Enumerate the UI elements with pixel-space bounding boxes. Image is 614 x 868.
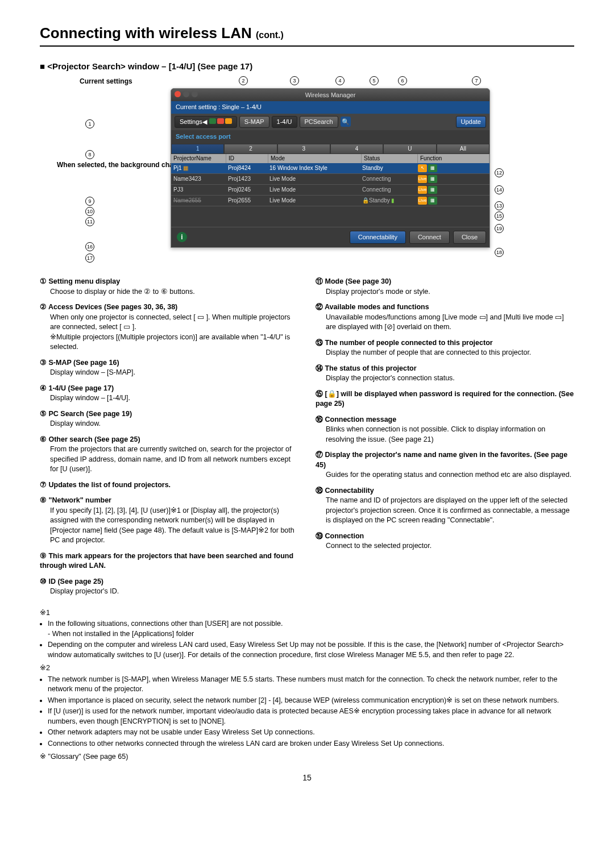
description-item: ⑮ [🔒] will be displayed when password is… bbox=[316, 389, 574, 409]
description-item: ② Access Devices (See pages 30, 36, 38)W… bbox=[40, 302, 298, 352]
footnotes: ※1 In the following situations, connecti… bbox=[40, 608, 574, 762]
callout-2: 2 bbox=[239, 76, 248, 85]
description-item: ③ S-MAP (See page 16)Display window – [S… bbox=[40, 358, 298, 378]
live-mode-icon: Live bbox=[418, 175, 427, 183]
diagram-area: Current settings 1 8 When selected, the … bbox=[63, 77, 574, 264]
title-rule bbox=[40, 45, 574, 47]
callout-9: 9 bbox=[85, 197, 94, 206]
14u-button[interactable]: 1-4/U bbox=[272, 116, 297, 128]
callout-5: 5 bbox=[370, 76, 379, 85]
description-item: ⑲ ConnectionConnect to the selected proj… bbox=[316, 531, 574, 551]
live-mode-icon: Live bbox=[418, 197, 427, 205]
callout-19: 19 bbox=[495, 224, 504, 233]
callout-11: 11 bbox=[85, 217, 94, 226]
description-item: ⑤ PC Search (See page 19)Display window. bbox=[40, 409, 298, 429]
description-item: ⑭ The status of this projectorDisplay th… bbox=[316, 364, 574, 384]
table-row[interactable]: Name3423Proj1423Live ModeConnecting Live… bbox=[171, 174, 489, 185]
label-when-selected: When selected, the background changes to… bbox=[57, 161, 142, 170]
table-row[interactable]: Pj1 ▦ Proj8424 16 Window Index Style Sta… bbox=[171, 163, 489, 174]
window-title: Wireless Manager bbox=[305, 92, 356, 98]
table-row[interactable]: PJ3Proj0245Live ModeConnecting Live▦ bbox=[171, 185, 489, 196]
note2-a: The network number is [S-MAP], when Wire… bbox=[48, 675, 574, 695]
settings-button[interactable]: Settings◀ bbox=[175, 116, 237, 128]
callout-18: 18 bbox=[495, 248, 504, 257]
col-status: Status bbox=[362, 154, 418, 163]
list-header: ProjectorName ID Mode Status Function bbox=[171, 154, 489, 163]
tab-all[interactable]: All bbox=[437, 144, 489, 154]
note1-a: In the following situations, connections… bbox=[48, 619, 574, 639]
description-item: ⑦ Updates the list of found projectors. bbox=[40, 480, 298, 491]
description-columns: ① Setting menu displayChoose to display … bbox=[40, 277, 574, 603]
col-projectorname: ProjectorName bbox=[171, 154, 226, 163]
traffic-lights bbox=[175, 91, 198, 97]
current-setting-bar: Current setting : Single – 1-4/U bbox=[171, 101, 489, 113]
tab-u[interactable]: U bbox=[383, 144, 436, 154]
close-button[interactable]: Close bbox=[453, 231, 486, 244]
description-item: ⑨ This mark appears for the projectors t… bbox=[40, 551, 298, 571]
zoom-icon[interactable] bbox=[192, 91, 198, 97]
info-icon[interactable]: i bbox=[177, 232, 187, 242]
description-item: ⑪ Mode (See page 30)Display projector's … bbox=[316, 277, 574, 297]
multi-mode-icon: ▦ bbox=[428, 186, 437, 194]
callout-12: 12 bbox=[495, 168, 504, 177]
smap-button[interactable]: S-MAP bbox=[239, 116, 269, 128]
description-item: ⑧ "Network" numberIf you specify [1], [2… bbox=[40, 496, 298, 546]
description-item: ① Setting menu displayChoose to display … bbox=[40, 277, 298, 297]
note2-b: When importance is placed on security, s… bbox=[48, 696, 574, 706]
glossary-note: ※ "Glossary" (See page 65) bbox=[40, 752, 574, 762]
close-icon[interactable] bbox=[175, 91, 181, 97]
tab-1[interactable]: 1 bbox=[171, 144, 224, 154]
tab-3[interactable]: 3 bbox=[277, 144, 330, 154]
live-mode-icon: Live bbox=[418, 186, 427, 194]
description-item: ⑯ Connection messageBlinks when connecti… bbox=[316, 415, 574, 445]
description-item: ⑱ ConnectabilityThe name and ID of proje… bbox=[316, 486, 574, 526]
search-icon[interactable]: 🔍 bbox=[341, 117, 351, 127]
callout-16: 16 bbox=[85, 242, 94, 251]
callout-10: 10 bbox=[85, 207, 94, 216]
update-button[interactable]: Update bbox=[456, 116, 486, 128]
tab-4[interactable]: 4 bbox=[330, 144, 383, 154]
pcsearch-button[interactable]: PCSearch bbox=[300, 116, 338, 128]
note2-c: If [U (user)] is used for the network nu… bbox=[48, 707, 574, 726]
callout-1: 1 bbox=[85, 119, 94, 128]
select-access-port-label: Select access port bbox=[171, 130, 489, 143]
multi-mode-icon: ▦ bbox=[428, 197, 437, 205]
multi-mode-icon: ▦ bbox=[428, 175, 437, 183]
description-item: ⑫ Available modes and functionsUnavailab… bbox=[316, 302, 574, 333]
callout-13: 13 bbox=[495, 201, 504, 210]
note2-e: Connections to other networks connected … bbox=[48, 739, 574, 749]
callout-3: 3 bbox=[290, 76, 299, 85]
connectability-button[interactable]: Connectability bbox=[350, 231, 406, 244]
connect-button[interactable]: Connect bbox=[409, 231, 450, 244]
col-function: Function bbox=[418, 154, 489, 163]
description-item: ⑩ ID (See page 25)Display projector's ID… bbox=[40, 577, 298, 597]
section-heading: ■ <Projector Search> window – [1-4/U] (S… bbox=[40, 60, 574, 72]
callout-6: 6 bbox=[398, 76, 407, 85]
note2-d: Other network adapters may not be usable… bbox=[48, 728, 574, 738]
note1-b: Depending on the computer and wireless L… bbox=[48, 640, 574, 660]
callout-17: 17 bbox=[85, 254, 94, 263]
description-item: ⑥ Other search (See page 25)From the pro… bbox=[40, 435, 298, 475]
toolbar: Settings◀ S-MAP 1-4/U PCSearch 🔍 Update bbox=[171, 114, 489, 130]
live-mode-icon: ↖ bbox=[418, 164, 427, 172]
callout-8: 8 bbox=[85, 150, 94, 159]
label-current-settings: Current settings bbox=[80, 77, 132, 86]
network-tabs: 1 2 3 4 U All bbox=[171, 144, 489, 154]
note1-head: ※1 bbox=[40, 608, 574, 618]
tab-2[interactable]: 2 bbox=[224, 144, 277, 154]
description-item: ⑰ Display the projector's name and name … bbox=[316, 450, 574, 480]
empty-rows bbox=[171, 206, 489, 227]
callout-4: 4 bbox=[335, 76, 345, 85]
callout-15: 15 bbox=[495, 211, 504, 221]
window-footer: i Connectability Connect Close bbox=[171, 227, 489, 247]
table-row[interactable]: Name2655Proj2655Live Mode🔒Standby ▮ Live… bbox=[171, 196, 489, 206]
col-id: ID bbox=[226, 154, 268, 163]
projector-search-window: Wireless Manager Current setting : Singl… bbox=[171, 88, 490, 248]
minimize-icon[interactable] bbox=[183, 91, 189, 97]
callout-14: 14 bbox=[495, 185, 504, 194]
page-title: Connecting with wireless LAN (cont.) bbox=[40, 23, 574, 43]
callout-7: 7 bbox=[472, 76, 481, 85]
multi-mode-icon: ▦ bbox=[428, 164, 437, 172]
description-item: ④ 1-4/U (See page 17)Display window – [1… bbox=[40, 384, 298, 404]
col-mode: Mode bbox=[268, 154, 362, 163]
